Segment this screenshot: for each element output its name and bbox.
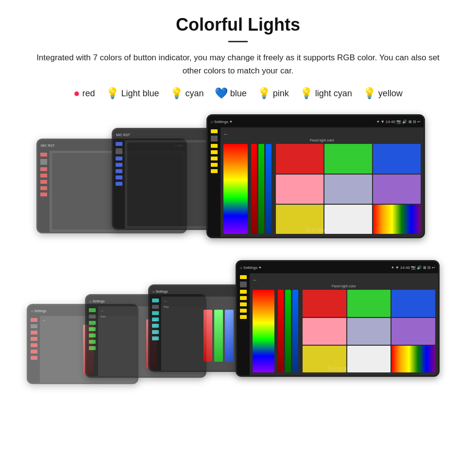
bottom-screenshots-section: ⌂ Settings ←	[27, 260, 449, 404]
title-section: Colorful Lights Integrated with 7 colors…	[19, 15, 457, 77]
device-sidebar-1	[38, 151, 50, 232]
sb-b3-2	[152, 311, 159, 315]
sb-b3-back	[152, 305, 159, 309]
panel-light-title-3: Panel light color	[223, 139, 421, 142]
color-item-cyan: 💡 cyan	[170, 87, 204, 100]
swatch-violet	[373, 175, 421, 204]
panel-light-title-b4: Panel light color	[253, 284, 435, 288]
swatch-b4-violet	[391, 318, 435, 345]
swatch-b4-blue	[391, 290, 435, 317]
swatches-3	[276, 144, 421, 234]
swatch-red	[276, 144, 323, 173]
sb-b4-1	[240, 275, 247, 279]
seicane-watermark-top: Seicane	[305, 226, 326, 234]
sb-b1-6	[31, 356, 37, 360]
color-item-light-blue: 💡 Light blue	[106, 87, 159, 100]
page-title: Colorful Lights	[19, 15, 457, 35]
sb-b1-4	[31, 343, 37, 347]
red-label: red	[83, 88, 95, 99]
sb-b1-3	[31, 337, 37, 341]
sb-b4-4	[240, 302, 247, 306]
cyan-bulb-icon: 💡	[170, 87, 183, 100]
sidebar-icon-3-3	[211, 157, 218, 160]
sidebar-icon-3-back	[211, 136, 218, 141]
device-screen-b4: ⌂ Settings ✦ ✦ ▼ 14:40 📷 🔊 ⊠ ⊟ ↩	[237, 262, 438, 375]
topbar-mic-label: MIC RST	[41, 144, 55, 147]
red-bar-3	[251, 144, 257, 234]
back-arrow-b4: ←	[253, 277, 435, 282]
sb-b2-5	[89, 340, 96, 344]
sb-b1-2	[31, 331, 37, 335]
sidebar-icon-2-2	[116, 163, 122, 167]
sidebar-icon-3-4	[211, 163, 218, 167]
bar-b3-green	[214, 310, 223, 362]
red-bulb-icon: ●	[73, 87, 80, 100]
topbar-b4-right: ✦ ▼ 14:40 📷 🔊 ⊠ ⊟ ↩	[391, 265, 436, 270]
sb-b3-5	[152, 330, 159, 334]
sidebar-icon-4	[40, 186, 47, 190]
sb-b4-3	[240, 296, 247, 300]
sb-b3-4	[152, 324, 159, 328]
device-sidebar-2	[113, 140, 125, 229]
sb-b2-back	[89, 315, 96, 318]
swatch-rainbow	[373, 205, 421, 234]
device-screen-3: ⌂ Settings ✦ ✦ ▼ 14:40 📷 🔊 ⊠ ⊟ ↩	[208, 116, 424, 237]
cyan-label: cyan	[186, 88, 204, 99]
swatch-green	[324, 144, 372, 173]
swatches-b4	[303, 290, 435, 372]
description-text: Integrated with 7 colors of button indic…	[19, 51, 457, 77]
color-item-pink: 💡 pink	[257, 87, 289, 100]
pink-label: pink	[273, 88, 289, 99]
sb-b4-back	[240, 282, 247, 287]
color-bars-3	[251, 144, 272, 234]
topbar-left-3: ⌂ Settings ✦	[211, 120, 233, 124]
sb-b1-5	[31, 350, 37, 353]
device-topbar-b4: ⌂ Settings ✦ ✦ ▼ 14:40 📷 🔊 ⊠ ⊟ ↩	[237, 262, 438, 273]
blue-bar-b4	[292, 290, 298, 372]
page-container: Colorful Lights Integrated with 7 colors…	[0, 0, 476, 418]
color-item-red: ● red	[73, 87, 95, 100]
yellow-label: yellow	[378, 88, 403, 99]
bar-b3-red	[204, 310, 212, 362]
device-sidebar-b2	[86, 306, 98, 376]
device-sidebar-b4	[237, 273, 250, 376]
seicane-watermark-bottom: Seicane	[327, 365, 348, 372]
sidebar-icon-3	[40, 180, 47, 184]
sidebar-icon-2-back	[116, 148, 122, 154]
sidebar-icon-5	[40, 193, 47, 196]
top-screenshots-section: MIC RST ⌂ Set	[27, 114, 449, 255]
title-divider	[228, 41, 248, 42]
sidebar-icon-2-5	[116, 182, 122, 186]
sb-b2-2	[89, 321, 96, 325]
green-bar-3	[258, 144, 264, 234]
color-bars-b4	[278, 290, 298, 372]
sidebar-icon-2-3	[116, 169, 122, 173]
swatch-b4-rainbow	[391, 346, 435, 372]
sidebar-icon-3-2	[211, 150, 218, 154]
device-body-3: ← Panel light color	[208, 127, 424, 238]
device-main-3: ← Panel light color	[221, 127, 424, 238]
topbar-b1-left: ⌂ Settings	[31, 309, 46, 313]
color-display-3	[223, 144, 421, 234]
sb-b4-2	[240, 290, 247, 294]
device-topbar-3: ⌂ Settings ✦ ✦ ▼ 14:40 📷 🔊 ⊠ ⊟ ↩	[208, 116, 424, 127]
topbar-b2-left: ⌂ Settings	[89, 299, 104, 303]
swatch-b4-white	[347, 346, 391, 372]
color-item-blue: 💙 blue	[215, 87, 247, 100]
sb-b4-5	[240, 309, 247, 313]
sb-b3-3	[152, 317, 159, 321]
device-sidebar-b1	[28, 316, 40, 383]
pink-bulb-icon: 💡	[257, 87, 271, 100]
sb-b2-6	[89, 346, 96, 350]
topbar-b4-left: ⌂ Settings ✦	[240, 265, 262, 270]
lightblue-label: Light blue	[121, 88, 159, 99]
color-item-yellow: 💡 yellow	[363, 87, 403, 100]
sidebar-icon-2-4	[116, 176, 122, 179]
sidebar-icon-back	[40, 159, 47, 165]
rainbow-bar-b4	[253, 290, 274, 372]
swatch-blue	[373, 144, 421, 173]
swatch-b4-pink	[303, 318, 346, 345]
swatch-b4-green	[347, 290, 391, 317]
device-mockup-b4: ⌂ Settings ✦ ✦ ▼ 14:40 📷 🔊 ⊠ ⊟ ↩	[236, 260, 440, 377]
lightblue-bulb-icon: 💡	[106, 87, 119, 100]
